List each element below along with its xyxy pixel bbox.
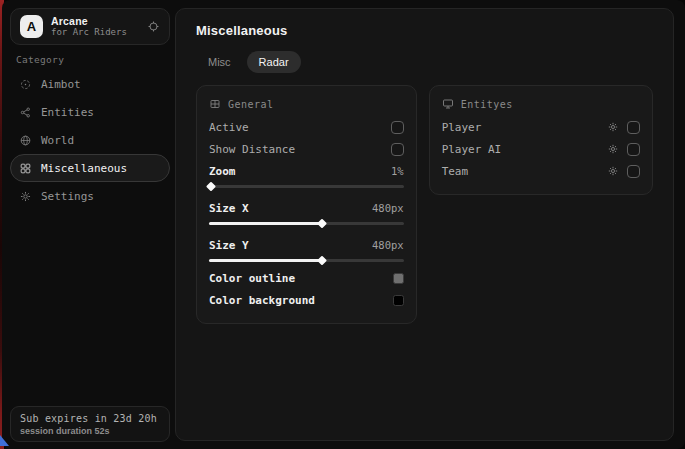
slider-fill [209,259,322,262]
sidebar-item-label: Aimbot [41,78,81,91]
grid-icon [19,162,32,175]
row-active: Active [209,116,404,138]
row-label: Player [442,121,482,134]
slider-track [209,185,404,188]
tab-bar: Misc Radar [196,51,653,73]
sidebar-item-world[interactable]: World [10,126,170,154]
subscription-card: Sub expires in 23d 20h session duration … [10,406,170,442]
app-logo: A [20,15,43,38]
row-label: Team [442,165,469,178]
slider-fill [209,222,322,225]
globe-icon [19,134,32,147]
row-size-x: Size X 480px [209,197,404,219]
slider-handle[interactable] [317,256,327,266]
desktop-cursor-fragment [0,435,9,446]
gear-icon[interactable] [607,121,619,133]
size-y-slider[interactable] [209,256,404,265]
row-color-outline: Color outline [209,267,404,289]
team-checkbox[interactable] [627,165,640,178]
player-ai-checkbox[interactable] [627,143,640,156]
sidebar: A Arcane for Arc Riders Category Aimbot … [2,0,174,449]
main-panel: Miscellaneous Misc Radar General Active … [175,8,674,441]
monitor-icon [442,98,454,110]
row-label: Active [209,121,249,134]
color-outline-swatch[interactable] [393,273,404,284]
category-nav: Aimbot Entities World Miscellaneous Sett… [10,70,170,210]
general-card: General Active Show Distance Zoom 1% [196,85,417,324]
sidebar-item-settings[interactable]: Settings [10,182,170,210]
subscription-expiry: Sub expires in 23d 20h [20,413,160,424]
row-label: Show Distance [209,143,295,156]
tab-radar[interactable]: Radar [247,51,301,73]
player-checkbox[interactable] [627,121,640,134]
tab-misc[interactable]: Misc [196,51,243,73]
category-label: Category [16,54,64,65]
row-label: Player AI [442,143,502,156]
size-x-value: 480px [372,202,404,214]
gear-icon[interactable] [607,165,619,177]
general-card-title: General [228,99,274,110]
sidebar-item-aimbot[interactable]: Aimbot [10,70,170,98]
entities-card-title: Entityes [461,99,513,110]
zoom-value: 1% [391,165,404,177]
row-zoom: Zoom 1% [209,160,404,182]
crosshair-icon [19,78,32,91]
account-card: A Arcane for Arc Riders [10,8,170,45]
row-color-background: Color background [209,289,404,311]
cards-row: General Active Show Distance Zoom 1% [196,85,653,324]
zoom-slider[interactable] [209,182,404,191]
row-player: Player [442,116,640,138]
gear-icon [19,190,32,203]
app-subtitle: for Arc Riders [51,27,139,37]
row-label: Size X [209,202,249,215]
sidebar-item-miscellaneous[interactable]: Miscellaneous [10,154,170,182]
size-y-value: 480px [372,239,404,251]
show-distance-checkbox[interactable] [391,143,404,156]
sidebar-item-label: World [41,134,74,147]
slider-handle[interactable] [317,219,327,229]
gear-icon[interactable] [607,143,619,155]
row-label: Color outline [209,272,295,285]
table-icon [209,98,221,110]
row-size-y: Size Y 480px [209,234,404,256]
entities-card-header: Entityes [442,98,640,110]
app-window: A Arcane for Arc Riders Category Aimbot … [2,0,685,449]
sidebar-item-label: Entities [41,106,94,119]
account-text: Arcane for Arc Riders [51,15,139,37]
entities-card: Entityes Player Player AI [429,85,653,195]
sidebar-item-label: Miscellaneous [41,162,127,175]
row-label: Color background [209,294,315,307]
sidebar-item-entities[interactable]: Entities [10,98,170,126]
size-x-slider[interactable] [209,219,404,228]
row-show-distance: Show Distance [209,138,404,160]
row-team: Team [442,160,640,182]
sidebar-item-label: Settings [41,190,94,203]
active-checkbox[interactable] [391,121,404,134]
general-card-header: General [209,98,404,110]
orbit-icon [19,106,32,119]
page-title: Miscellaneous [196,23,653,38]
target-icon[interactable] [147,20,160,33]
row-label: Size Y [209,239,249,252]
color-background-swatch[interactable] [393,295,404,306]
slider-handle[interactable] [206,182,216,192]
session-duration: session duration 52s [20,426,160,436]
row-label: Zoom [209,165,236,178]
row-player-ai: Player AI [442,138,640,160]
app-name: Arcane [51,15,139,27]
